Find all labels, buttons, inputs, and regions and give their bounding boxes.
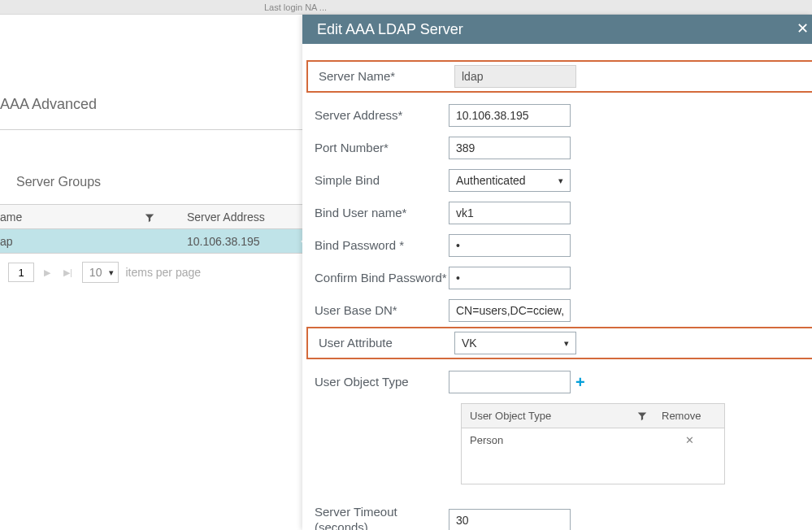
simple-bind-label: Simple Bind (302, 173, 449, 189)
object-type-table: User Object Type Remove Person ✕ (461, 403, 725, 484)
user-base-dn-row: User Base DN* (302, 294, 812, 327)
user-attribute-row: User Attribute VK (306, 327, 812, 359)
server-address-row: Server Address* (302, 99, 812, 132)
row-address: 10.106.38.195 (163, 235, 302, 248)
user-object-type-row: User Object Type + (302, 366, 812, 398)
empty-space (462, 451, 724, 484)
port-number-input[interactable] (449, 137, 571, 159)
simple-bind-select[interactable]: Authenticated (449, 169, 571, 192)
simple-bind-value: Authenticated (456, 174, 526, 187)
remove-row-icon[interactable]: ✕ (655, 434, 724, 446)
add-object-type-icon[interactable]: + (575, 374, 585, 390)
bind-password-row: Bind Password * (302, 229, 812, 262)
column-name-header[interactable]: ame (0, 211, 22, 224)
user-base-dn-label: User Base DN* (302, 303, 449, 319)
user-base-dn-input[interactable] (449, 299, 571, 322)
port-number-row: Port Number* (302, 132, 812, 164)
background-panel: AAA Advanced Server Groups ame Server Ad… (0, 15, 302, 283)
server-address-label: Server Address* (302, 108, 449, 124)
confirm-bind-password-input[interactable] (449, 267, 571, 289)
modal-header: Edit AAA LDAP Server ✕ (302, 15, 812, 44)
port-number-label: Port Number* (302, 141, 449, 156)
pagination: ▶ ▶| 10 items per page (0, 254, 302, 283)
object-type-col-header[interactable]: User Object Type (470, 410, 551, 422)
last-page-icon[interactable]: ▶| (60, 267, 76, 278)
user-attribute-label: User Attribute (308, 336, 454, 351)
remove-col-header: Remove (655, 410, 724, 422)
object-type-value: Person (462, 434, 655, 446)
items-per-page-value: 10 (89, 266, 102, 279)
filter-icon[interactable] (145, 212, 154, 222)
user-object-type-input[interactable] (449, 371, 571, 393)
confirm-bind-password-row: Confirm Bind Password* (302, 262, 812, 294)
last-login-text: Last login NA ... (264, 2, 327, 12)
next-page-icon[interactable]: ▶ (41, 267, 54, 278)
table-row[interactable]: ap 10.106.38.195 (0, 229, 302, 254)
server-timeout-label: Server Timeout (seconds) (302, 505, 449, 530)
bind-password-input[interactable] (449, 234, 571, 257)
object-type-table-header: User Object Type Remove (462, 404, 724, 428)
items-per-page-label: items per page (125, 266, 201, 279)
server-name-label: Server Name* (308, 69, 454, 85)
server-timeout-input[interactable] (449, 509, 571, 530)
filter-icon[interactable] (637, 411, 647, 421)
row-name: ap (0, 235, 163, 248)
table-header: ame Server Address (0, 205, 302, 229)
page-number-input[interactable] (8, 263, 34, 282)
server-name-input (454, 65, 576, 88)
server-groups-table: ame Server Address ap 10.106.38.195 (0, 204, 302, 254)
user-object-type-label: User Object Type (302, 375, 449, 390)
simple-bind-row: Simple Bind Authenticated (302, 164, 812, 197)
user-attribute-value: VK (462, 337, 477, 350)
close-icon[interactable]: ✕ (797, 20, 809, 37)
edit-ldap-server-modal: Edit AAA LDAP Server ✕ Server Name* Serv… (302, 15, 812, 530)
subsection-title: Server Groups (0, 130, 302, 204)
items-per-page-select[interactable]: 10 (82, 262, 119, 283)
bind-username-label: Bind User name* (302, 206, 449, 221)
server-name-row: Server Name* (306, 60, 812, 93)
object-type-row: Person ✕ (462, 428, 724, 451)
modal-title: Edit AAA LDAP Server (317, 21, 463, 38)
confirm-bind-password-label: Confirm Bind Password* (302, 271, 449, 286)
server-timeout-row: Server Timeout (seconds) (302, 504, 812, 530)
bind-password-label: Bind Password * (302, 238, 449, 254)
user-attribute-select[interactable]: VK (454, 332, 576, 354)
bind-username-row: Bind User name* (302, 197, 812, 229)
column-address-header[interactable]: Server Address (187, 211, 265, 224)
bind-username-input[interactable] (449, 202, 571, 224)
top-status-bar: Last login NA ... (0, 0, 812, 15)
page-title: AAA Advanced (0, 15, 302, 130)
server-address-input[interactable] (449, 104, 571, 127)
